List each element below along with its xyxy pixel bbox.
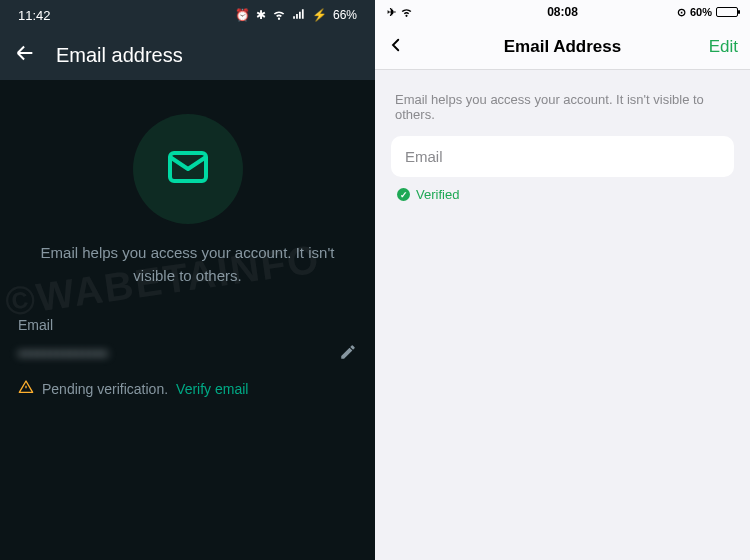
description-text: Email helps you access your account. It …	[375, 70, 750, 136]
status-right-icons: ⊙ 60%	[677, 6, 738, 19]
airplane-icon: ✈	[387, 6, 396, 19]
verified-label: Verified	[416, 187, 459, 202]
back-button[interactable]	[14, 42, 36, 68]
signal-icon	[292, 7, 306, 24]
page-title: Email address	[56, 44, 183, 67]
warning-icon	[18, 379, 34, 398]
status-time: 08:08	[547, 5, 578, 19]
alarm-icon: ⏰	[235, 8, 250, 22]
battery-text: 60%	[690, 6, 712, 18]
verify-email-link[interactable]: Verify email	[176, 381, 248, 397]
mail-icon	[164, 143, 212, 195]
android-pane: 11:42 ⏰ ✱ ⚡ 66% Email address Email help…	[0, 0, 375, 560]
check-icon: ✓	[397, 188, 410, 201]
android-header: Email address	[0, 30, 375, 80]
email-field-label: Email	[405, 148, 443, 165]
bluetooth-icon: ✱	[256, 8, 266, 22]
rotation-lock-icon: ⊙	[677, 6, 686, 19]
ios-header: Email Address Edit	[375, 24, 750, 70]
ios-statusbar: ✈ 08:08 ⊙ 60%	[375, 0, 750, 24]
email-hero-circle	[133, 114, 243, 224]
email-field[interactable]: Email	[391, 136, 734, 177]
description-text: Email helps you access your account. It …	[0, 242, 375, 287]
email-value: ••••••••••••••	[18, 344, 108, 364]
battery-icon	[716, 7, 738, 17]
wifi-icon	[272, 7, 286, 24]
status-time: 11:42	[18, 8, 51, 23]
email-row: ••••••••••••••	[0, 333, 375, 373]
verified-status-row: ✓ Verified	[375, 177, 750, 212]
battery-text: 66%	[333, 8, 357, 22]
verification-status-row: Pending verification. Verify email	[0, 379, 375, 398]
ios-pane: ✈ 08:08 ⊙ 60% Email Address Edit Email h…	[375, 0, 750, 560]
back-button[interactable]	[387, 36, 405, 58]
pending-text: Pending verification.	[42, 381, 168, 397]
status-left-icons: ✈	[387, 5, 413, 20]
android-statusbar: 11:42 ⏰ ✱ ⚡ 66%	[0, 0, 375, 30]
email-field-label: Email	[0, 317, 375, 333]
edit-button[interactable]: Edit	[709, 37, 738, 57]
status-icons: ⏰ ✱ ⚡ 66%	[235, 7, 357, 24]
wifi-icon	[400, 5, 413, 20]
charging-icon: ⚡	[312, 8, 327, 22]
page-title: Email Address	[504, 37, 621, 57]
edit-email-button[interactable]	[339, 343, 357, 365]
